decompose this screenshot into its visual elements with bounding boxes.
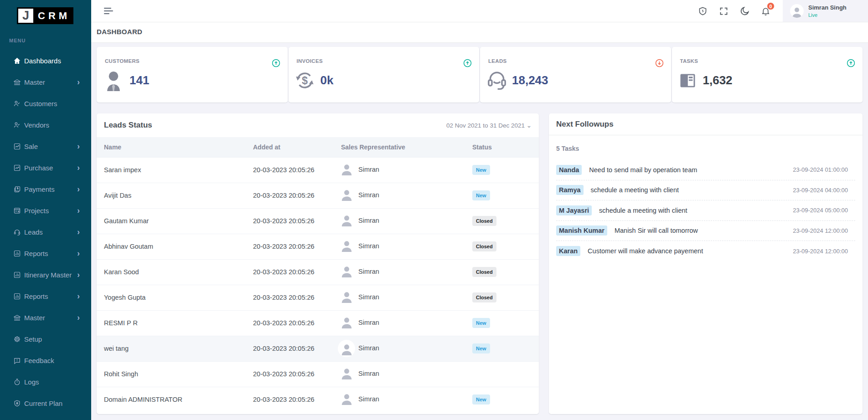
svg-text:$: $ <box>301 74 307 86</box>
